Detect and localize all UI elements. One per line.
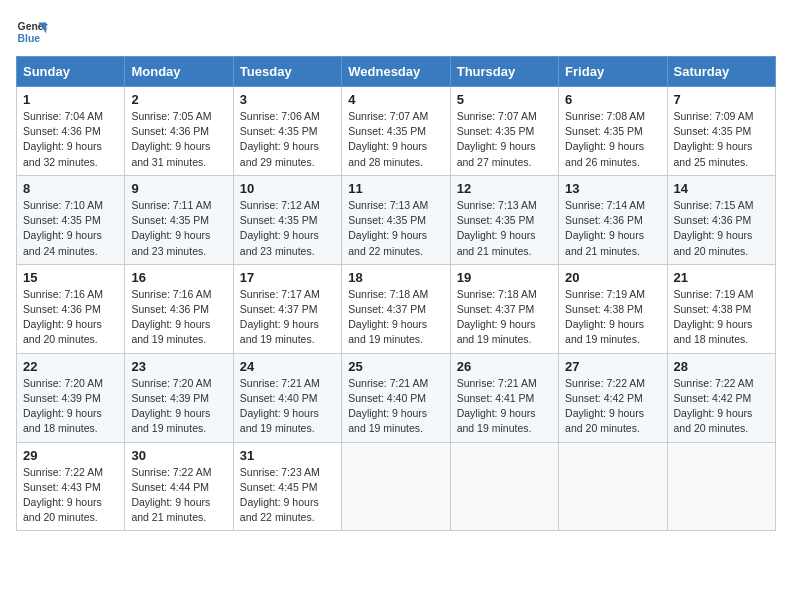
day-detail: Sunrise: 7:06 AMSunset: 4:35 PMDaylight:… <box>240 109 335 170</box>
calendar-day-cell: 11Sunrise: 7:13 AMSunset: 4:35 PMDayligh… <box>342 175 450 264</box>
calendar-day-cell: 13Sunrise: 7:14 AMSunset: 4:36 PMDayligh… <box>559 175 667 264</box>
day-number: 1 <box>23 92 118 107</box>
calendar-day-cell: 9Sunrise: 7:11 AMSunset: 4:35 PMDaylight… <box>125 175 233 264</box>
day-detail: Sunrise: 7:20 AMSunset: 4:39 PMDaylight:… <box>23 376 118 437</box>
calendar-day-cell: 15Sunrise: 7:16 AMSunset: 4:36 PMDayligh… <box>17 264 125 353</box>
day-number: 17 <box>240 270 335 285</box>
day-detail: Sunrise: 7:19 AMSunset: 4:38 PMDaylight:… <box>565 287 660 348</box>
calendar-day-cell: 23Sunrise: 7:20 AMSunset: 4:39 PMDayligh… <box>125 353 233 442</box>
day-number: 3 <box>240 92 335 107</box>
day-detail: Sunrise: 7:21 AMSunset: 4:41 PMDaylight:… <box>457 376 552 437</box>
column-header-friday: Friday <box>559 57 667 87</box>
day-number: 23 <box>131 359 226 374</box>
calendar-header-row: SundayMondayTuesdayWednesdayThursdayFrid… <box>17 57 776 87</box>
day-detail: Sunrise: 7:07 AMSunset: 4:35 PMDaylight:… <box>457 109 552 170</box>
day-detail: Sunrise: 7:20 AMSunset: 4:39 PMDaylight:… <box>131 376 226 437</box>
day-detail: Sunrise: 7:21 AMSunset: 4:40 PMDaylight:… <box>240 376 335 437</box>
calendar-day-cell: 2Sunrise: 7:05 AMSunset: 4:36 PMDaylight… <box>125 87 233 176</box>
day-number: 21 <box>674 270 769 285</box>
day-number: 16 <box>131 270 226 285</box>
column-header-saturday: Saturday <box>667 57 775 87</box>
calendar-day-cell: 21Sunrise: 7:19 AMSunset: 4:38 PMDayligh… <box>667 264 775 353</box>
day-detail: Sunrise: 7:22 AMSunset: 4:42 PMDaylight:… <box>674 376 769 437</box>
logo-icon: General Blue <box>16 16 48 48</box>
day-number: 13 <box>565 181 660 196</box>
calendar-day-cell: 5Sunrise: 7:07 AMSunset: 4:35 PMDaylight… <box>450 87 558 176</box>
day-detail: Sunrise: 7:10 AMSunset: 4:35 PMDaylight:… <box>23 198 118 259</box>
column-header-tuesday: Tuesday <box>233 57 341 87</box>
day-detail: Sunrise: 7:15 AMSunset: 4:36 PMDaylight:… <box>674 198 769 259</box>
calendar-day-cell: 22Sunrise: 7:20 AMSunset: 4:39 PMDayligh… <box>17 353 125 442</box>
day-number: 22 <box>23 359 118 374</box>
day-detail: Sunrise: 7:07 AMSunset: 4:35 PMDaylight:… <box>348 109 443 170</box>
day-number: 10 <box>240 181 335 196</box>
day-detail: Sunrise: 7:22 AMSunset: 4:44 PMDaylight:… <box>131 465 226 526</box>
day-detail: Sunrise: 7:18 AMSunset: 4:37 PMDaylight:… <box>348 287 443 348</box>
day-number: 2 <box>131 92 226 107</box>
calendar-day-cell: 31Sunrise: 7:23 AMSunset: 4:45 PMDayligh… <box>233 442 341 531</box>
logo: General Blue <box>16 16 48 48</box>
calendar-day-cell: 25Sunrise: 7:21 AMSunset: 4:40 PMDayligh… <box>342 353 450 442</box>
calendar-day-cell: 3Sunrise: 7:06 AMSunset: 4:35 PMDaylight… <box>233 87 341 176</box>
calendar-day-cell: 8Sunrise: 7:10 AMSunset: 4:35 PMDaylight… <box>17 175 125 264</box>
day-detail: Sunrise: 7:09 AMSunset: 4:35 PMDaylight:… <box>674 109 769 170</box>
calendar-day-cell: 19Sunrise: 7:18 AMSunset: 4:37 PMDayligh… <box>450 264 558 353</box>
calendar-week-row: 1Sunrise: 7:04 AMSunset: 4:36 PMDaylight… <box>17 87 776 176</box>
calendar-day-cell: 27Sunrise: 7:22 AMSunset: 4:42 PMDayligh… <box>559 353 667 442</box>
calendar-day-cell: 26Sunrise: 7:21 AMSunset: 4:41 PMDayligh… <box>450 353 558 442</box>
column-header-monday: Monday <box>125 57 233 87</box>
column-header-thursday: Thursday <box>450 57 558 87</box>
column-header-sunday: Sunday <box>17 57 125 87</box>
calendar-day-cell: 12Sunrise: 7:13 AMSunset: 4:35 PMDayligh… <box>450 175 558 264</box>
calendar-day-cell: 18Sunrise: 7:18 AMSunset: 4:37 PMDayligh… <box>342 264 450 353</box>
day-detail: Sunrise: 7:13 AMSunset: 4:35 PMDaylight:… <box>457 198 552 259</box>
day-number: 6 <box>565 92 660 107</box>
column-header-wednesday: Wednesday <box>342 57 450 87</box>
calendar-day-cell: 10Sunrise: 7:12 AMSunset: 4:35 PMDayligh… <box>233 175 341 264</box>
day-number: 12 <box>457 181 552 196</box>
calendar-day-cell: 28Sunrise: 7:22 AMSunset: 4:42 PMDayligh… <box>667 353 775 442</box>
day-detail: Sunrise: 7:05 AMSunset: 4:36 PMDaylight:… <box>131 109 226 170</box>
day-detail: Sunrise: 7:11 AMSunset: 4:35 PMDaylight:… <box>131 198 226 259</box>
day-number: 31 <box>240 448 335 463</box>
calendar-day-cell: 30Sunrise: 7:22 AMSunset: 4:44 PMDayligh… <box>125 442 233 531</box>
day-number: 20 <box>565 270 660 285</box>
day-number: 28 <box>674 359 769 374</box>
day-detail: Sunrise: 7:13 AMSunset: 4:35 PMDaylight:… <box>348 198 443 259</box>
day-number: 26 <box>457 359 552 374</box>
day-number: 18 <box>348 270 443 285</box>
day-number: 15 <box>23 270 118 285</box>
calendar-day-cell: 14Sunrise: 7:15 AMSunset: 4:36 PMDayligh… <box>667 175 775 264</box>
calendar-day-cell: 6Sunrise: 7:08 AMSunset: 4:35 PMDaylight… <box>559 87 667 176</box>
calendar-week-row: 15Sunrise: 7:16 AMSunset: 4:36 PMDayligh… <box>17 264 776 353</box>
day-number: 29 <box>23 448 118 463</box>
calendar-table: SundayMondayTuesdayWednesdayThursdayFrid… <box>16 56 776 531</box>
calendar-day-cell <box>450 442 558 531</box>
calendar-day-cell <box>342 442 450 531</box>
day-detail: Sunrise: 7:04 AMSunset: 4:36 PMDaylight:… <box>23 109 118 170</box>
calendar-day-cell: 1Sunrise: 7:04 AMSunset: 4:36 PMDaylight… <box>17 87 125 176</box>
day-number: 25 <box>348 359 443 374</box>
day-number: 19 <box>457 270 552 285</box>
day-number: 8 <box>23 181 118 196</box>
calendar-day-cell: 17Sunrise: 7:17 AMSunset: 4:37 PMDayligh… <box>233 264 341 353</box>
calendar-week-row: 22Sunrise: 7:20 AMSunset: 4:39 PMDayligh… <box>17 353 776 442</box>
day-number: 30 <box>131 448 226 463</box>
day-number: 14 <box>674 181 769 196</box>
day-detail: Sunrise: 7:08 AMSunset: 4:35 PMDaylight:… <box>565 109 660 170</box>
calendar-day-cell: 7Sunrise: 7:09 AMSunset: 4:35 PMDaylight… <box>667 87 775 176</box>
svg-text:Blue: Blue <box>18 33 41 44</box>
calendar-day-cell: 16Sunrise: 7:16 AMSunset: 4:36 PMDayligh… <box>125 264 233 353</box>
calendar-day-cell: 24Sunrise: 7:21 AMSunset: 4:40 PMDayligh… <box>233 353 341 442</box>
day-number: 24 <box>240 359 335 374</box>
calendar-day-cell: 20Sunrise: 7:19 AMSunset: 4:38 PMDayligh… <box>559 264 667 353</box>
page-header: General Blue <box>16 16 776 48</box>
day-detail: Sunrise: 7:18 AMSunset: 4:37 PMDaylight:… <box>457 287 552 348</box>
day-number: 7 <box>674 92 769 107</box>
day-detail: Sunrise: 7:12 AMSunset: 4:35 PMDaylight:… <box>240 198 335 259</box>
day-detail: Sunrise: 7:21 AMSunset: 4:40 PMDaylight:… <box>348 376 443 437</box>
day-detail: Sunrise: 7:19 AMSunset: 4:38 PMDaylight:… <box>674 287 769 348</box>
calendar-day-cell <box>559 442 667 531</box>
calendar-day-cell: 4Sunrise: 7:07 AMSunset: 4:35 PMDaylight… <box>342 87 450 176</box>
day-detail: Sunrise: 7:17 AMSunset: 4:37 PMDaylight:… <box>240 287 335 348</box>
